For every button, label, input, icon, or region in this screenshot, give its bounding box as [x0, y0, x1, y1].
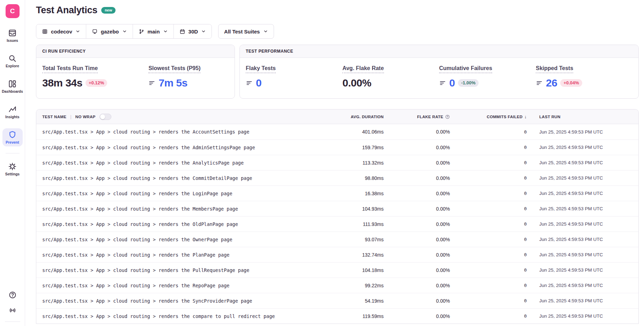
sidebar: C IssuesExploreDashboardsInsightsPrevent…: [0, 0, 25, 326]
metric-label[interactable]: Slowest Tests (P95): [148, 65, 200, 73]
table-row[interactable]: src/App.test.tsx > App > cloud routing >…: [36, 201, 638, 216]
table-row[interactable]: src/App.test.tsx > App > cloud routing >…: [36, 262, 638, 278]
main-content: Test Analytics new codecovgazebomain30D …: [25, 0, 644, 326]
avg-duration-header[interactable]: AVG. DURATION: [342, 115, 394, 119]
test-name-header-label[interactable]: TEST NAME: [42, 115, 66, 119]
sidebar-item-label: Settings: [5, 172, 20, 176]
avg-duration-cell: 54.19ms: [342, 298, 394, 304]
sidebar-item-issues[interactable]: Issues: [2, 26, 23, 45]
test-name-cell: src/App.test.tsx > App > cloud routing >…: [36, 267, 342, 273]
commits-failed-cell: 0: [460, 267, 537, 273]
question-circle-icon[interactable]: [445, 114, 450, 119]
table-row[interactable]: src/App.test.tsx > App > cloud routing >…: [36, 278, 638, 293]
filter-gazebo-dropdown[interactable]: gazebo: [86, 24, 133, 38]
test-suites-dropdown[interactable]: All Test Suites: [218, 24, 274, 39]
sidebar-item-label: Insights: [5, 115, 19, 119]
sidebar-item-settings[interactable]: Settings: [2, 160, 23, 178]
filter-lines-icon[interactable]: [536, 79, 543, 86]
filter-codecov-dropdown[interactable]: codecov: [36, 24, 86, 38]
avg-duration-cell: 104.18ms: [342, 267, 394, 273]
flake-rate-header[interactable]: FLAKE RATE: [394, 114, 460, 119]
table-row[interactable]: src/App.test.tsx > App > cloud routing >…: [36, 247, 638, 262]
table-row[interactable]: src/App.test.tsx > App > cloud routing >…: [36, 170, 638, 185]
commits-failed-cell: 0: [460, 298, 537, 303]
table-row[interactable]: src/App.test.tsx > App > cloud routing >…: [36, 232, 638, 247]
metric-value-row: 0-1.00%: [439, 77, 536, 89]
last-run-cell: Jun 25, 2025 4:59:53 PM UTC: [537, 221, 638, 227]
flake-rate-cell: 0.00%: [394, 313, 460, 319]
filter-main-dropdown[interactable]: main: [133, 24, 173, 38]
flake-rate-cell: 0.00%: [394, 129, 460, 135]
last-run-cell: Jun 25, 2025 4:59:53 PM UTC: [537, 237, 638, 242]
metric-label[interactable]: Cumulative Failures: [439, 65, 492, 73]
sidebar-item-prevent[interactable]: Prevent: [2, 128, 23, 146]
test-name-cell: src/App.test.tsx > App > cloud routing >…: [36, 252, 342, 258]
table-row[interactable]: src/App.test.tsx > App > cloud routing >…: [36, 124, 638, 139]
filter-lines-icon[interactable]: [439, 79, 446, 86]
metric-label[interactable]: Flaky Tests: [246, 65, 276, 73]
sidebar-item-label: Prevent: [6, 140, 19, 144]
sidebar-nav: IssuesExploreDashboardsInsightsPreventSe…: [0, 26, 25, 178]
table-row[interactable]: src/App.test.tsx > App > cloud routing >…: [36, 185, 638, 201]
branch-icon: [139, 29, 145, 35]
sidebar-item-explore[interactable]: Explore: [2, 52, 23, 70]
table-row[interactable]: src/App.test.tsx > App > cloud routing >…: [36, 293, 638, 308]
last-run-cell: Jun 25, 2025 4:59:53 PM UTC: [537, 252, 638, 257]
avg-duration-cell: 401.06ms: [342, 129, 394, 135]
sort-desc-icon: ↓: [524, 114, 527, 119]
filter-label: main: [148, 29, 160, 35]
no-wrap-toggle[interactable]: [99, 114, 111, 120]
panel-test-performance: TEST PERFORMANCEFlaky Tests0Avg. Flake R…: [239, 45, 639, 99]
flake-rate-header-label: FLAKE RATE: [417, 115, 443, 119]
last-run-header[interactable]: LAST RUN: [537, 115, 638, 119]
filter-lines-icon[interactable]: [148, 79, 155, 86]
org-avatar[interactable]: C: [6, 4, 20, 18]
sidebar-item-label: Explore: [6, 64, 19, 68]
flake-rate-cell: 0.00%: [394, 206, 460, 212]
last-run-cell: Jun 25, 2025 4:59:53 PM UTC: [537, 175, 638, 181]
flake-rate-cell: 0.00%: [394, 191, 460, 196]
commits-failed-header-label: COMMITS FAILED: [487, 115, 523, 119]
avg-duration-cell: 111.93ms: [342, 221, 394, 227]
metric-value-row: 38m 34s+0.12%: [42, 77, 148, 89]
commits-failed-cell: 0: [460, 313, 537, 319]
test-name-cell: src/App.test.tsx > App > cloud routing >…: [36, 129, 342, 135]
metric-value: 0.00%: [342, 77, 371, 89]
org-icon: [42, 29, 48, 35]
test-name-cell: src/App.test.tsx > App > cloud routing >…: [36, 221, 342, 227]
metric-label[interactable]: Avg. Flake Rate: [342, 65, 384, 73]
avg-duration-header-label: AVG. DURATION: [351, 115, 384, 119]
metric-label[interactable]: Total Tests Run Time: [42, 65, 98, 73]
table-row[interactable]: src/App.test.tsx > App > cloud routing >…: [36, 216, 638, 232]
sidebar-item-dashboards[interactable]: Dashboards: [2, 77, 23, 96]
flake-rate-cell: 0.00%: [394, 298, 460, 304]
metric-value-row: 0.00%: [342, 77, 439, 89]
avg-duration-cell: 104.93ms: [342, 206, 394, 212]
sidebar-item-insights[interactable]: Insights: [2, 103, 23, 121]
chevron-down-icon: [263, 29, 268, 34]
dashboards-icon: [8, 79, 17, 88]
table-row[interactable]: src/App.test.tsx > App > cloud routing >…: [36, 155, 638, 170]
filter-lines-icon[interactable]: [246, 79, 253, 86]
broadcast-icon[interactable]: [8, 306, 17, 314]
no-wrap-label: NO WRAP: [75, 115, 96, 119]
commits-failed-header[interactable]: COMMITS FAILED ↓: [460, 114, 537, 119]
test-name-cell: src/App.test.tsx > App > cloud routing >…: [36, 191, 342, 196]
table-row[interactable]: src/App.test.tsx > App > cloud routing >…: [36, 308, 638, 324]
last-run-cell: Jun 25, 2025 4:59:53 PM UTC: [537, 160, 638, 165]
metric-value: 0: [256, 77, 261, 89]
metric-label[interactable]: Skipped Tests: [536, 65, 573, 73]
help-icon[interactable]: [8, 291, 17, 299]
flake-rate-cell: 0.00%: [394, 252, 460, 258]
filter-30d-dropdown[interactable]: 30D: [173, 24, 212, 38]
sidebar-footer-divider: [5, 321, 20, 322]
test-name-cell: src/App.test.tsx > App > cloud routing >…: [36, 206, 342, 212]
test-suites-label: All Test Suites: [224, 29, 260, 35]
commits-failed-cell: 0: [460, 145, 537, 150]
table-row[interactable]: src/App.test.tsx > App > cloud routing >…: [36, 139, 638, 155]
shield-icon: [8, 130, 17, 139]
avg-duration-cell: 98.80ms: [342, 175, 394, 181]
panel-metrics: Total Tests Run Time38m 34s+0.12%Slowest…: [36, 58, 235, 98]
header-separator: |: [70, 114, 72, 119]
repo-icon: [92, 29, 98, 35]
